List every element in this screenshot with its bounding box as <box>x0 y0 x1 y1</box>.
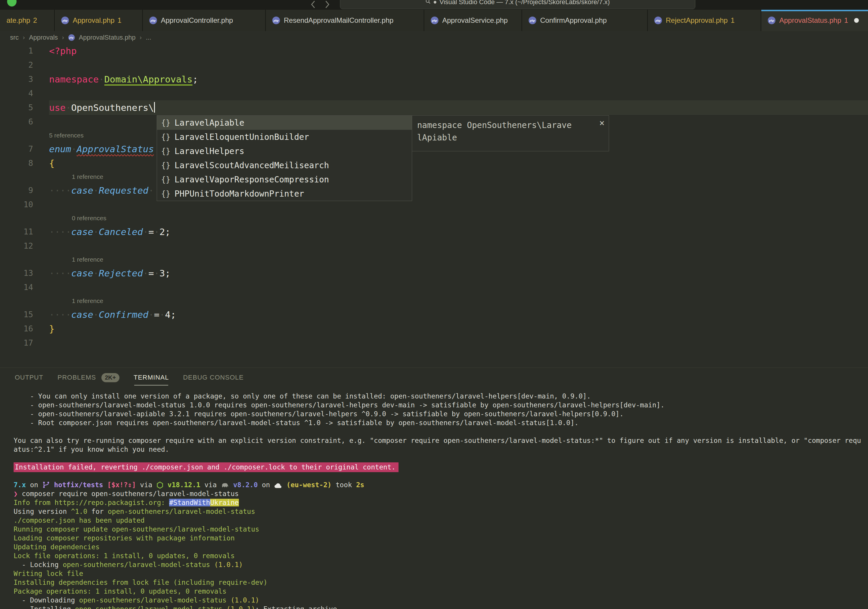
terminal-text: Ukraine <box>210 499 239 507</box>
code-token: · <box>66 102 71 113</box>
terminal-text: Installation failed, reverting ./compose… <box>14 462 398 472</box>
code-token: · <box>71 144 77 154</box>
code-token: case <box>71 185 93 196</box>
tab-dirty-dot[interactable] <box>854 18 859 23</box>
tab-ApprovalStatus.php[interactable]: phpApprovalStatus.php1 <box>761 10 868 31</box>
tab-ate.php[interactable]: ate.php2 <box>0 10 55 31</box>
line-code[interactable]: ····case·Canceled·=·2; <box>49 225 868 239</box>
terminal-text: - Downloading <box>14 596 79 604</box>
line-code[interactable]: namespace·Domain\Approvals; <box>49 72 868 86</box>
codelens-references[interactable]: 1 reference <box>0 170 868 183</box>
code-token: use <box>49 102 66 113</box>
code-token: · <box>93 309 99 320</box>
suggest-item-PHPUnitTodoMarkdownPrinter[interactable]: {}PHPUnitTodoMarkdownPrinter <box>157 186 412 201</box>
terminal-line: - Downloading open-southeners/laravel-mo… <box>14 596 868 604</box>
forward-arrow-icon[interactable] <box>324 1 330 9</box>
codelens-references[interactable]: 0 references <box>0 212 868 225</box>
tab-label: ApprovalStatus.php <box>779 16 841 25</box>
terminal-text: Updating dependencies <box>14 543 100 551</box>
terminal-output[interactable]: - You can only install one version of a … <box>14 392 868 609</box>
command-center[interactable]: Visual Studio Code — 7.x (~/Projects/Sko… <box>340 0 695 9</box>
tab-ApprovalService.php[interactable]: phpApprovalService.php <box>424 10 522 31</box>
terminal-line <box>14 427 868 436</box>
suggest-item-LaravelEloquentUnionBuilder[interactable]: {}LaravelEloquentUnionBuilder <box>157 130 412 144</box>
suggest-item-LaravelHelpers[interactable]: {}LaravelHelpers <box>157 144 412 158</box>
terminal-text: (eu-west-2) <box>282 481 332 489</box>
close-icon[interactable]: × <box>599 117 604 129</box>
terminal-line: - You can only install one version of a … <box>14 392 868 401</box>
panel-tab-output[interactable]: OUTPUT <box>15 373 43 381</box>
code-token: · <box>93 268 99 279</box>
terminal-line <box>14 454 868 463</box>
tab-RejectApproval.php[interactable]: phpRejectApproval.php1 <box>648 10 761 31</box>
line-code[interactable]: ····case·Confirmed·=·4; <box>49 307 868 322</box>
line-code[interactable]: } <box>49 322 868 336</box>
line-number: 15 <box>0 307 49 322</box>
history-nav <box>310 1 330 9</box>
editor-tab-bar: ate.php2phpApproval.php1phpApprovalContr… <box>0 10 868 31</box>
code-editor[interactable]: 1<?php23namespace·Domain\Approvals;45use… <box>0 44 868 367</box>
terminal-text: ^1.0 <box>71 508 87 515</box>
code-token: = <box>149 268 154 279</box>
suggest-item-LaravelVaporResponseCompression[interactable]: {}LaravelVaporResponseCompression <box>157 172 412 186</box>
terminal-line: Installation failed, reverting ./compose… <box>14 463 868 471</box>
codelens-references[interactable]: 1 reference <box>0 294 868 307</box>
line-code[interactable] <box>49 239 868 253</box>
tab-Approval.php[interactable]: phpApproval.php1 <box>55 10 143 31</box>
suggest-item-LaravelScoutAdvancedMeilisearch[interactable]: {}LaravelScoutAdvancedMeilisearch <box>157 158 412 172</box>
breadcrumb-separator: › <box>23 34 25 41</box>
terminal-text: ./composer.json has been updated <box>14 516 144 524</box>
suggest-item-label: LaravelScoutAdvancedMeilisearch <box>174 161 329 170</box>
code-token: ···· <box>49 185 71 196</box>
terminal-line: - Installing open-southeners/laravel-mod… <box>14 604 868 609</box>
suggest-item-LaravelApiable[interactable]: {}LaravelApiable <box>157 116 412 130</box>
code-token: namespace <box>49 74 99 85</box>
line-number: 14 <box>0 280 49 294</box>
breadcrumb-item-[interactable]: ... <box>146 34 151 41</box>
editor-line-5: 5use·OpenSoutheners\ <box>0 101 868 115</box>
panel-tab-bar: OUTPUTPROBLEMS2K+TERMINALDEBUG CONSOLE <box>0 367 868 387</box>
terminal-text: - Root composer.json requires open-south… <box>14 419 578 426</box>
terminal-line: ●❯ composer require open-southeners/lara… <box>14 489 868 498</box>
breadcrumb-item-src[interactable]: src <box>10 34 19 41</box>
line-code[interactable] <box>49 336 868 350</box>
panel-tab-debug-console[interactable]: DEBUG CONSOLE <box>183 373 243 381</box>
line-number: 3 <box>0 72 49 86</box>
line-code[interactable]: ····case·Rejected·=·3; <box>49 266 868 280</box>
breadcrumb-item-ApprovalStatusphp[interactable]: ApprovalStatus.php <box>79 34 136 41</box>
line-code[interactable] <box>49 86 868 101</box>
terminal-line: - open-southeners/laravel-apiable 3.2.1 … <box>14 409 868 418</box>
line-code[interactable] <box>49 280 868 294</box>
code-token: · <box>149 185 154 196</box>
line-code[interactable] <box>49 58 868 72</box>
code-token: case <box>71 226 93 237</box>
traffic-light-green[interactable] <box>7 0 17 6</box>
tab-modified-count: 1 <box>730 16 735 25</box>
php-file-icon: php <box>768 17 775 24</box>
namespace-braces-icon: {} <box>161 132 170 141</box>
code-token: Rejected <box>99 268 143 279</box>
breadcrumb-item-Approvals[interactable]: Approvals <box>29 34 58 41</box>
tab-ConfirmApproval.php[interactable]: phpConfirmApproval.php <box>522 10 648 31</box>
back-arrow-icon[interactable] <box>310 1 316 9</box>
panel-tab-problems[interactable]: PROBLEMS <box>57 373 96 381</box>
line-number: 13 <box>0 266 49 280</box>
namespace-braces-icon: {} <box>161 175 170 184</box>
terminal-text: - Installing <box>14 605 75 609</box>
terminal-line: Writing lock file <box>14 569 868 578</box>
editor-line-3: 3namespace·Domain\Approvals; <box>0 72 868 86</box>
tab-label: ConfirmApproval.php <box>540 16 607 25</box>
suggest-item-label: LaravelHelpers <box>174 146 244 156</box>
tab-label: ate.php <box>6 16 30 25</box>
line-code[interactable]: use·OpenSoutheners\ <box>49 101 868 115</box>
line-code[interactable]: <?php <box>49 44 868 58</box>
editor-line-11: 11····case·Canceled·=·2; <box>0 225 868 239</box>
codelens-references[interactable]: 1 reference <box>0 253 868 266</box>
terminal-line: 7.x on hotfix/tests [$x!?⇕] via v18.12.1… <box>14 480 868 489</box>
code-token: · <box>93 185 99 196</box>
terminal-line: Updating dependencies <box>14 542 868 552</box>
tab-ResendApprovalMailController.php[interactable]: phpResendApprovalMailController.php <box>266 10 424 31</box>
tab-ApprovalController.php[interactable]: phpApprovalController.php <box>143 10 266 31</box>
line-number: 16 <box>0 322 49 336</box>
panel-tab-terminal[interactable]: TERMINAL <box>133 373 169 381</box>
